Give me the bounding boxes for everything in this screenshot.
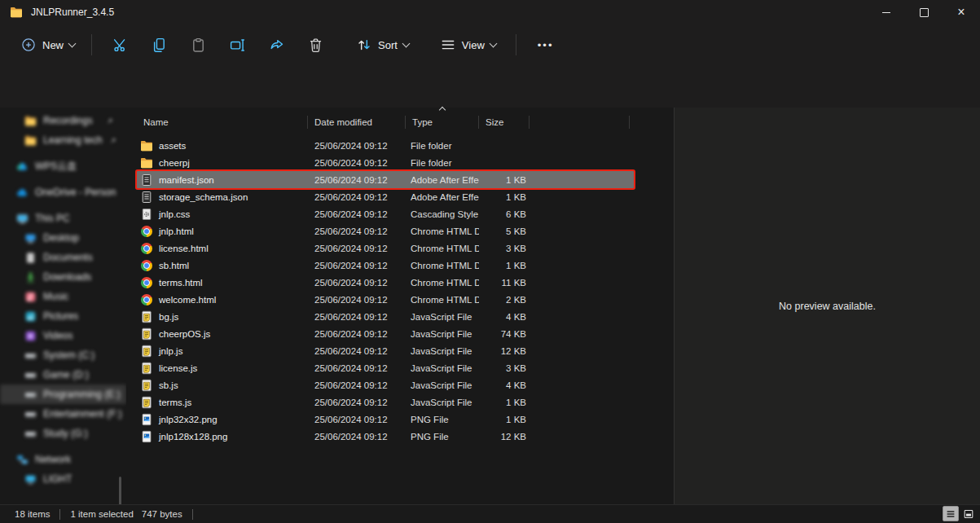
sidebar-item-label: OneDrive - Person — [35, 187, 116, 198]
column-header-name[interactable]: Name — [137, 116, 308, 129]
paste-icon — [190, 37, 207, 54]
file-date: 25/06/2024 09:12 — [308, 244, 406, 253]
column-header-type[interactable]: Type — [406, 116, 479, 129]
file-row-jnlp-css[interactable]: jnlp.css25/06/2024 09:12Cascading Style … — [137, 205, 634, 222]
file-row-cheerpj[interactable]: cheerpj25/06/2024 09:12File folder — [137, 154, 634, 171]
sidebar-item-entertainment-f[interactable]: Entertainment (F:) — [0, 404, 126, 424]
file-date: 25/06/2024 09:12 — [308, 192, 406, 202]
file-row-sb-html[interactable]: sb.html25/06/2024 09:12Chrome HTML Do...… — [137, 257, 634, 274]
file-date: 25/06/2024 09:12 — [308, 261, 406, 270]
sidebar-item-label: System (C:) — [43, 349, 94, 361]
file-row-welcome-html[interactable]: welcome.html25/06/2024 09:12Chrome HTML … — [137, 291, 634, 308]
more-options-button[interactable]: ••• — [531, 36, 560, 55]
file-name: sb.js — [159, 380, 178, 390]
file-date: 25/06/2024 09:12 — [308, 346, 406, 356]
copy-button[interactable] — [148, 34, 169, 55]
file-date: 25/06/2024 09:12 — [308, 312, 406, 322]
share-button[interactable] — [266, 34, 287, 55]
sidebar-item-label: WPS云盘 — [35, 160, 77, 174]
file-date: 25/06/2024 09:12 — [308, 226, 406, 236]
file-size: 1 KB — [479, 175, 530, 185]
folder-icon — [140, 156, 153, 169]
thumbnails-view-button[interactable] — [960, 506, 977, 521]
close-button[interactable]: × — [943, 0, 980, 24]
sidebar-item-light[interactable]: LIGHT — [0, 469, 126, 489]
file-row-assets[interactable]: assets25/06/2024 09:12File folder — [137, 137, 634, 154]
view-dropdown[interactable]: View — [433, 32, 503, 58]
file-date: 25/06/2024 09:12 — [308, 363, 406, 373]
file-row-license-js[interactable]: license.js25/06/2024 09:12JavaScript Fil… — [137, 359, 634, 376]
file-row-jnlp-js[interactable]: jnlp.js25/06/2024 09:12JavaScript File12… — [137, 342, 634, 359]
file-date: 25/06/2024 09:12 — [308, 295, 406, 305]
file-size: 4 KB — [479, 312, 530, 322]
js-icon — [140, 379, 153, 392]
sidebar-item-documents[interactable]: Documents — [0, 248, 126, 267]
sidebar-item-recordings[interactable]: Recordings — [0, 111, 126, 130]
file-name: jnlp.css — [159, 209, 190, 219]
cut-button[interactable] — [109, 34, 130, 55]
column-header-size[interactable]: Size — [479, 116, 530, 129]
file-name: sb.html — [159, 261, 189, 270]
file-row-manifest-json[interactable]: manifest.json25/06/2024 09:12Adobe After… — [137, 171, 634, 188]
file-row-terms-js[interactable]: terms.js25/06/2024 09:12JavaScript File1… — [137, 393, 634, 411]
file-date: 25/06/2024 09:12 — [308, 209, 406, 219]
file-type: Chrome HTML Do... — [406, 295, 479, 305]
sidebar-item-label: This PC — [35, 213, 70, 224]
rename-button[interactable] — [226, 34, 248, 55]
sidebar-item-onedrive-person[interactable]: OneDrive - Person — [0, 182, 126, 202]
details-view-button[interactable] — [943, 506, 959, 521]
sidebar-item-label: Game (D:) — [43, 369, 89, 380]
sidebar-item-this-pc[interactable]: This PC — [0, 209, 126, 228]
sidebar-item-label: Learning tech — [43, 134, 103, 146]
sidebar-item-study-g[interactable]: Study (G:) — [0, 424, 126, 443]
sidebar-item-label: Pictures — [43, 310, 78, 322]
drive-icon — [24, 389, 37, 401]
sort-dropdown[interactable]: Sort — [349, 32, 415, 58]
sidebar-item-system-c[interactable]: System (C:) — [0, 345, 126, 365]
chrome-icon — [140, 293, 153, 306]
column-header-date-modified[interactable]: Date modified — [308, 116, 406, 129]
sidebar-item-label: Network — [35, 454, 71, 465]
sidebar-item-videos[interactable]: Videos — [0, 326, 126, 345]
sidebar-item-programming-e[interactable]: Programming (E:) — [0, 385, 126, 404]
file-row-jnlp-html[interactable]: jnlp.html25/06/2024 09:12Chrome HTML Do.… — [137, 222, 634, 240]
file-row-license-html[interactable]: license.html25/06/2024 09:12Chrome HTML … — [137, 240, 634, 257]
sidebar-item-downloads[interactable]: Downloads — [0, 267, 126, 287]
divider — [91, 34, 92, 55]
sidebar-scrollbar[interactable] — [119, 477, 121, 505]
file-type: PNG File — [406, 432, 479, 442]
videos-icon — [24, 330, 37, 342]
sidebar-item-label: Programming (E:) — [43, 389, 121, 400]
sidebar-item-game-d[interactable]: Game (D:) — [0, 365, 126, 385]
paste-button[interactable] — [187, 34, 209, 55]
sidebar-item-network[interactable]: Network — [0, 450, 126, 469]
sidebar-item-learning-tech[interactable]: Learning tech — [0, 130, 126, 150]
sidebar-item-wps[interactable]: WPS云盘 — [0, 156, 126, 176]
sidebar-item-label: Downloads — [43, 271, 91, 283]
file-row-storage-schema-json[interactable]: storage_schema.json25/06/2024 09:12Adobe… — [137, 188, 634, 205]
file-row-bg-js[interactable]: bg.js25/06/2024 09:12JavaScript File4 KB — [137, 308, 634, 325]
sidebar-item-pictures[interactable]: Pictures — [0, 306, 126, 326]
file-name: welcome.html — [159, 295, 216, 305]
doc-lines-icon — [140, 174, 153, 187]
new-button[interactable]: New — [12, 32, 83, 58]
file-type: Chrome HTML Do... — [406, 278, 479, 288]
file-size: 6 KB — [479, 209, 530, 219]
sidebar-item-desktop[interactable]: Desktop — [0, 228, 126, 248]
file-row-sb-js[interactable]: sb.js25/06/2024 09:12JavaScript File4 KB — [137, 376, 634, 393]
file-size: 2 KB — [479, 295, 530, 305]
file-row-cheerpos-js[interactable]: cheerpOS.js25/06/2024 09:12JavaScript Fi… — [137, 325, 634, 342]
js-icon — [140, 310, 153, 323]
file-row-terms-html[interactable]: terms.html25/06/2024 09:12Chrome HTML Do… — [137, 274, 634, 291]
maximize-button[interactable] — [905, 0, 943, 24]
sidebar-item-music[interactable]: Music — [0, 287, 126, 306]
file-type: File folder — [406, 141, 479, 151]
delete-button[interactable] — [305, 34, 326, 55]
file-date: 25/06/2024 09:12 — [308, 329, 406, 339]
file-name: terms.js — [159, 398, 191, 407]
file-row-jnlp128x128-png[interactable]: jnlp128x128.png25/06/2024 09:12PNG File1… — [137, 428, 634, 445]
file-type: JavaScript File — [406, 346, 479, 356]
file-row-jnlp32x32-png[interactable]: jnlp32x32.png25/06/2024 09:12PNG File1 K… — [137, 411, 634, 428]
sidebar-item-label: Recordings — [43, 115, 93, 126]
minimize-button[interactable] — [868, 0, 905, 24]
